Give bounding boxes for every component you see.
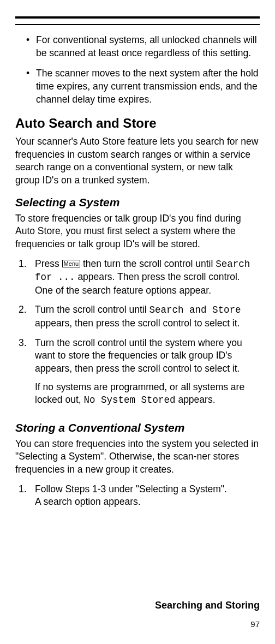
heading-selecting-system: Selecting a System [15,196,260,209]
text-fragment: Turn the scroll control until [35,304,149,315]
step-text: Turn the scroll control until the system… [35,337,260,413]
bullet-marker: • [26,67,36,106]
para-selecting-intro: To store frequencies or talk group ID's … [15,212,260,251]
heading-storing-conventional: Storing a Conventional System [15,421,260,434]
bullet-text: The scanner moves to the next system aft… [36,67,260,106]
step-text: Follow Steps 1-3 under "Selecting a Syst… [35,483,260,509]
para-intro: Your scanner's Auto Store feature lets y… [15,135,260,187]
code-text: No System Stored [84,395,176,406]
step-3: 3. Turn the scroll control until the sys… [19,337,260,413]
text-fragment: Press [35,258,62,269]
step-number: 3. [19,337,35,413]
heading-auto-search: Auto Search and Store [15,116,260,131]
step-number: 1. [19,258,35,297]
rule-thick [15,16,260,19]
text-line: A search option appears. [35,496,141,507]
step-1: 1. Press Menu then turn the scroll contr… [19,258,260,297]
menu-key-icon: Menu [62,260,81,267]
step-number: 1. [19,483,35,509]
bullet-item: • The scanner moves to the next system a… [26,67,260,106]
text-fragment: then turn the scroll control until [80,258,216,269]
page-number: 97 [250,619,260,629]
step-1b: 1. Follow Steps 1-3 under "Selecting a S… [19,483,260,509]
text-fragment: Turn the scroll control until the system… [35,337,260,375]
step-number: 2. [19,303,35,330]
bullet-marker: • [26,34,36,59]
bullet-item: • For conventional systems, all unlocked… [26,34,260,59]
footer-section-title: Searching and Storing [155,600,260,611]
step-text: Turn the scroll control until Search and… [35,303,260,330]
step-text: Press Menu then turn the scroll control … [35,258,260,297]
text-line: Follow Steps 1-3 under "Selecting a Syst… [35,484,227,494]
rule-thin [15,24,260,25]
bullet-text: For conventional systems, all unlocked c… [36,34,260,59]
para-storing-intro: You can store frequencies into the syste… [15,438,260,476]
text-fragment: appears. [176,394,216,405]
text-line: frequencies in a new group it creates. [15,464,174,475]
code-text: Search and Store [149,305,241,315]
text-fragment: appears, then press the scroll control t… [35,318,240,329]
step-2: 2. Turn the scroll control until Search … [19,303,260,330]
text-line: You can store frequencies into the syste… [15,438,259,462]
